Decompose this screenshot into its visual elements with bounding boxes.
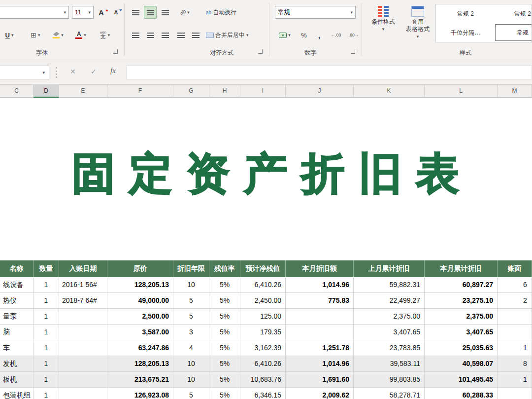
- cell-date-5[interactable]: [59, 356, 107, 372]
- column-header-G[interactable]: G: [173, 85, 209, 98]
- cell-years-3[interactable]: 3: [173, 325, 209, 340]
- align-center-button[interactable]: [144, 29, 157, 41]
- table-column-header-rate[interactable]: 残值率: [209, 260, 240, 277]
- enter-icon[interactable]: ✓: [91, 68, 97, 75]
- cell-prev_cum-5[interactable]: 39,583.11: [354, 356, 425, 372]
- cell-prev_cum-6[interactable]: 99,803.85: [354, 372, 425, 388]
- cell-name-5[interactable]: 发机: [0, 356, 33, 372]
- cell-years-6[interactable]: 10: [173, 372, 209, 388]
- cell-cur_cum-2[interactable]: 2,375.00: [425, 309, 498, 325]
- column-header-F[interactable]: F: [107, 85, 173, 98]
- column-header-E[interactable]: E: [59, 85, 107, 98]
- cell-name-0[interactable]: 线设备: [0, 277, 33, 293]
- phonetic-guide-button[interactable]: wén 文: [94, 29, 116, 41]
- table-column-header-years[interactable]: 折旧年限: [173, 260, 209, 277]
- cell-name-3[interactable]: 脑: [0, 325, 33, 340]
- cell-price-6[interactable]: 213,675.21: [107, 372, 173, 388]
- conditional-format-button[interactable]: 条件格式: [367, 4, 399, 49]
- cell-qty-4[interactable]: 1: [33, 340, 59, 356]
- table-column-header-price[interactable]: 原价: [107, 260, 173, 277]
- cell-date-2[interactable]: [59, 309, 107, 325]
- align-left-button[interactable]: [129, 29, 142, 41]
- cell-monthly-3[interactable]: [286, 325, 354, 340]
- cell-monthly-4[interactable]: 1,251.78: [286, 340, 354, 356]
- cell-cur_cum-3[interactable]: 3,407.65: [425, 325, 498, 340]
- cell-cur_cum-6[interactable]: 101,495.45: [425, 372, 498, 388]
- cancel-icon[interactable]: ✕: [70, 68, 76, 75]
- increase-decimal-button[interactable]: ←.00: [328, 29, 344, 41]
- cell-name-2[interactable]: 量泵: [0, 309, 33, 325]
- name-box[interactable]: [0, 66, 49, 79]
- increase-font-button[interactable]: A: [97, 6, 110, 19]
- column-header-C[interactable]: C: [0, 85, 33, 98]
- borders-button[interactable]: [26, 29, 45, 41]
- cell-price-3[interactable]: 3,587.00: [107, 325, 173, 340]
- cell-date-6[interactable]: [59, 372, 107, 388]
- cell-monthly-1[interactable]: 775.83: [286, 293, 354, 309]
- dialog-launcher-icon[interactable]: [113, 49, 118, 54]
- cell-qty-3[interactable]: 1: [33, 325, 59, 340]
- cell-date-4[interactable]: [59, 340, 107, 356]
- cell-residual-5[interactable]: 6,410.26: [240, 356, 286, 372]
- cell-qty-5[interactable]: 1: [33, 356, 59, 372]
- cell-monthly-2[interactable]: [286, 309, 354, 325]
- merge-center-button[interactable]: 合并后居中: [204, 29, 268, 41]
- fill-color-button[interactable]: [48, 29, 68, 41]
- orientation-button[interactable]: ab: [174, 6, 195, 19]
- cell-book-6[interactable]: 1: [498, 372, 532, 388]
- cell-years-1[interactable]: 5: [173, 293, 209, 309]
- cell-rate-0[interactable]: 5%: [209, 277, 240, 293]
- comma-style-button[interactable]: ,: [313, 29, 325, 41]
- cell-price-5[interactable]: 128,205.13: [107, 356, 173, 372]
- cell-rate-3[interactable]: 5%: [209, 325, 240, 340]
- cell-qty-6[interactable]: 1: [33, 372, 59, 388]
- cell-cur_cum-7[interactable]: 60,288.33: [425, 388, 498, 399]
- cell-rate-2[interactable]: 5%: [209, 309, 240, 325]
- cell-cur_cum-0[interactable]: 60,897.27: [425, 277, 498, 293]
- cell-years-4[interactable]: 4: [173, 340, 209, 356]
- cell-residual-3[interactable]: 179.35: [240, 325, 286, 340]
- column-header-L[interactable]: L: [425, 85, 498, 98]
- table-column-header-residual[interactable]: 预计净残值: [240, 260, 286, 277]
- cell-prev_cum-1[interactable]: 22,499.27: [354, 293, 425, 309]
- decrease-indent-button[interactable]: [174, 29, 187, 41]
- table-column-header-cur_cum[interactable]: 本月累计折旧: [425, 260, 498, 277]
- align-middle-button[interactable]: [144, 6, 157, 19]
- format-as-table-button[interactable]: 套用 表格格式: [402, 4, 433, 49]
- worksheet[interactable]: 固 定 资 产 折 旧 表 名称数量入账日期原价折旧年限残值率预计净残值本月折旧…: [0, 98, 532, 399]
- cell-residual-4[interactable]: 3,162.39: [240, 340, 286, 356]
- cell-date-1[interactable]: 2018-7 64#: [59, 293, 107, 309]
- cell-rate-7[interactable]: 5%: [209, 388, 240, 399]
- table-column-header-monthly[interactable]: 本月折旧额: [286, 260, 354, 277]
- column-header-H[interactable]: H: [209, 85, 240, 98]
- dialog-launcher-icon[interactable]: [351, 49, 355, 54]
- cell-prev_cum-3[interactable]: 3,407.65: [354, 325, 425, 340]
- cell-price-2[interactable]: 2,500.00: [107, 309, 173, 325]
- cell-book-7[interactable]: [498, 388, 532, 399]
- font-name-select[interactable]: [0, 6, 69, 19]
- cell-qty-7[interactable]: 1: [33, 388, 59, 399]
- cell-years-5[interactable]: 10: [173, 356, 209, 372]
- font-color-button[interactable]: A: [71, 29, 91, 41]
- dialog-launcher-icon[interactable]: [258, 49, 263, 54]
- cell-name-6[interactable]: 板机: [0, 372, 33, 388]
- cell-years-7[interactable]: 5: [173, 388, 209, 399]
- underline-button[interactable]: U: [1, 29, 18, 41]
- cell-book-0[interactable]: 6: [498, 277, 532, 293]
- cell-qty-0[interactable]: 1: [33, 277, 59, 293]
- decrease-font-button[interactable]: A: [112, 6, 124, 19]
- cell-residual-0[interactable]: 6,410.26: [240, 277, 286, 293]
- table-column-header-date[interactable]: 入账日期: [59, 260, 107, 277]
- percent-style-button[interactable]: %: [298, 29, 310, 41]
- insert-function-icon[interactable]: fx: [110, 67, 116, 75]
- cell-cur_cum-5[interactable]: 40,598.07: [425, 356, 498, 372]
- cell-residual-1[interactable]: 2,450.00: [240, 293, 286, 309]
- cell-monthly-7[interactable]: 2,009.62: [286, 388, 354, 399]
- cell-book-4[interactable]: 1: [498, 340, 532, 356]
- table-column-header-prev_cum[interactable]: 上月累计折旧: [354, 260, 425, 277]
- cell-name-4[interactable]: 车: [0, 340, 33, 356]
- cell-date-0[interactable]: 2016-1 56#: [59, 277, 107, 293]
- cell-residual-6[interactable]: 10,683.76: [240, 372, 286, 388]
- column-header-M[interactable]: M: [498, 85, 532, 98]
- cell-years-2[interactable]: 5: [173, 309, 209, 325]
